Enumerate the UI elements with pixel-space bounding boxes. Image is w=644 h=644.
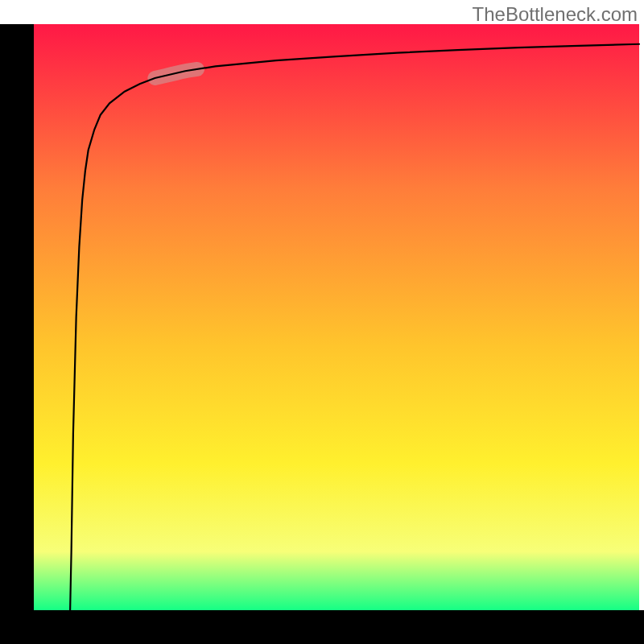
y-axis [0,24,34,644]
chart-container: TheBottleneck.com [0,0,644,644]
bottleneck-chart [0,0,644,644]
plot-background [34,24,639,610]
watermark-label: TheBottleneck.com [473,3,638,26]
x-axis [0,610,644,644]
